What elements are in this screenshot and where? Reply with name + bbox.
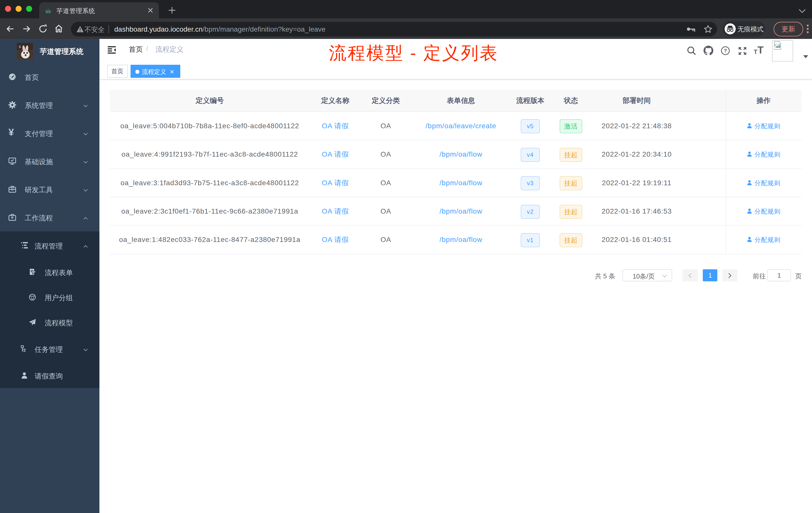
svg-text:?: ? bbox=[724, 48, 727, 54]
